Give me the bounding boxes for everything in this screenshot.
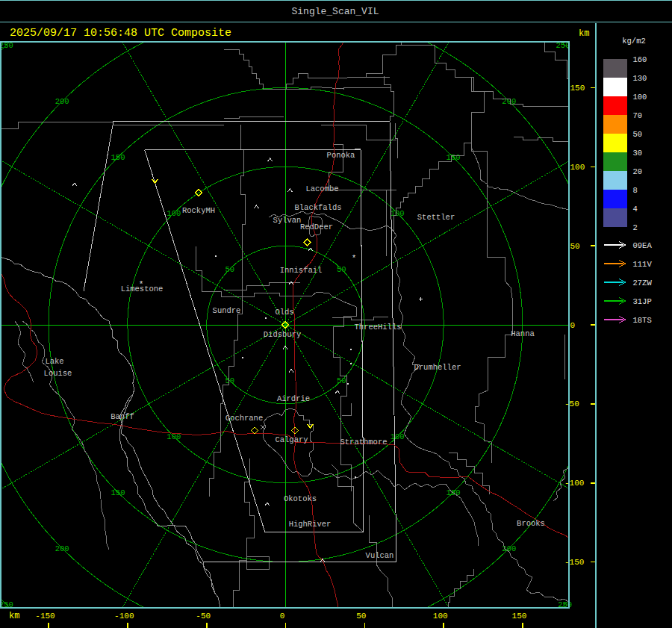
svg-text:Olds: Olds bbox=[275, 308, 293, 317]
svg-text:150: 150 bbox=[447, 153, 461, 162]
svg-text:-50: -50 bbox=[196, 612, 211, 621]
svg-text:-100: -100 bbox=[114, 612, 134, 621]
svg-text:Okotoks: Okotoks bbox=[284, 494, 317, 503]
svg-text:200: 200 bbox=[55, 544, 69, 553]
svg-text:250: 250 bbox=[556, 41, 570, 50]
svg-text:200: 200 bbox=[55, 97, 69, 106]
svg-text:150: 150 bbox=[512, 612, 527, 621]
svg-text:160: 160 bbox=[633, 55, 647, 64]
svg-text:-150: -150 bbox=[35, 612, 55, 621]
svg-text:-100: -100 bbox=[564, 479, 584, 488]
svg-text:100: 100 bbox=[433, 612, 448, 621]
svg-text:kg/m2: kg/m2 bbox=[622, 37, 646, 46]
svg-text:-50: -50 bbox=[564, 400, 579, 408]
svg-text:Didsbury: Didsbury bbox=[264, 330, 301, 339]
svg-text:Vulcan: Vulcan bbox=[366, 551, 394, 560]
svg-text:130: 130 bbox=[633, 74, 647, 83]
svg-text:km: km bbox=[579, 28, 589, 39]
svg-text:Sylvan: Sylvan bbox=[273, 216, 302, 225]
svg-text:Cochrane: Cochrane bbox=[225, 414, 263, 423]
svg-text:2: 2 bbox=[633, 223, 638, 232]
svg-text:150: 150 bbox=[111, 153, 125, 162]
svg-text:50: 50 bbox=[633, 130, 643, 139]
svg-text:km: km bbox=[9, 611, 19, 621]
svg-text:100: 100 bbox=[633, 93, 647, 102]
svg-text:100: 100 bbox=[570, 163, 585, 172]
svg-text:20: 20 bbox=[633, 167, 643, 176]
svg-text:250: 250 bbox=[0, 41, 13, 50]
svg-text:50: 50 bbox=[225, 265, 234, 274]
svg-text:09EA: 09EA bbox=[633, 241, 653, 250]
svg-text:Strathmore: Strathmore bbox=[340, 438, 387, 447]
svg-text:50: 50 bbox=[337, 265, 346, 274]
svg-text:18TS: 18TS bbox=[633, 316, 652, 325]
svg-text:Lake: Lake bbox=[45, 357, 63, 366]
svg-text:50: 50 bbox=[337, 376, 346, 385]
svg-text:8: 8 bbox=[633, 186, 638, 195]
svg-text:Banff: Banff bbox=[111, 412, 134, 421]
svg-text:0: 0 bbox=[280, 612, 285, 621]
svg-text:*: * bbox=[352, 254, 357, 263]
svg-text:27ZW: 27ZW bbox=[633, 279, 653, 287]
svg-text:50: 50 bbox=[570, 242, 580, 251]
svg-text:70: 70 bbox=[633, 111, 643, 120]
svg-text:Sundre: Sundre bbox=[213, 306, 241, 315]
svg-text:100: 100 bbox=[167, 209, 181, 218]
svg-text:Calgary: Calgary bbox=[275, 435, 308, 444]
svg-text:Brooks: Brooks bbox=[517, 519, 545, 528]
svg-text:Innisfail: Innisfail bbox=[280, 266, 323, 275]
svg-text:Louise: Louise bbox=[44, 369, 72, 378]
svg-text:2025/09/17 10:56:48 UTC Compos: 2025/09/17 10:56:48 UTC Composite bbox=[10, 27, 231, 40]
svg-text:150: 150 bbox=[570, 84, 585, 93]
svg-text:Lacombe: Lacombe bbox=[305, 184, 338, 193]
svg-text:0: 0 bbox=[570, 321, 576, 330]
svg-text:Limestone: Limestone bbox=[121, 285, 164, 293]
svg-text:Ponoka: Ponoka bbox=[327, 151, 355, 160]
svg-text:4: 4 bbox=[633, 205, 638, 214]
svg-text:ThreeHills: ThreeHills bbox=[354, 323, 401, 332]
svg-text:Drumheller: Drumheller bbox=[414, 363, 461, 372]
svg-text:Stettler: Stettler bbox=[417, 213, 455, 222]
svg-text:150: 150 bbox=[111, 488, 125, 497]
svg-text:-150: -150 bbox=[564, 558, 584, 567]
svg-text:111V: 111V bbox=[633, 260, 653, 269]
svg-text:Airdrie: Airdrie bbox=[277, 394, 310, 403]
svg-text:Blackfalds: Blackfalds bbox=[294, 203, 341, 212]
svg-text:31JP: 31JP bbox=[633, 297, 652, 306]
svg-text:100: 100 bbox=[391, 432, 405, 441]
svg-text:100: 100 bbox=[391, 209, 405, 218]
svg-text:RedDeer: RedDeer bbox=[300, 223, 333, 231]
svg-text:RockyMH: RockyMH bbox=[182, 206, 215, 215]
svg-text:50: 50 bbox=[356, 612, 366, 621]
svg-text:Hanna: Hanna bbox=[511, 329, 535, 338]
svg-text:30: 30 bbox=[633, 149, 643, 158]
svg-text:Single_Scan_VIL: Single_Scan_VIL bbox=[291, 6, 379, 17]
svg-text:HighRiver: HighRiver bbox=[289, 520, 332, 529]
